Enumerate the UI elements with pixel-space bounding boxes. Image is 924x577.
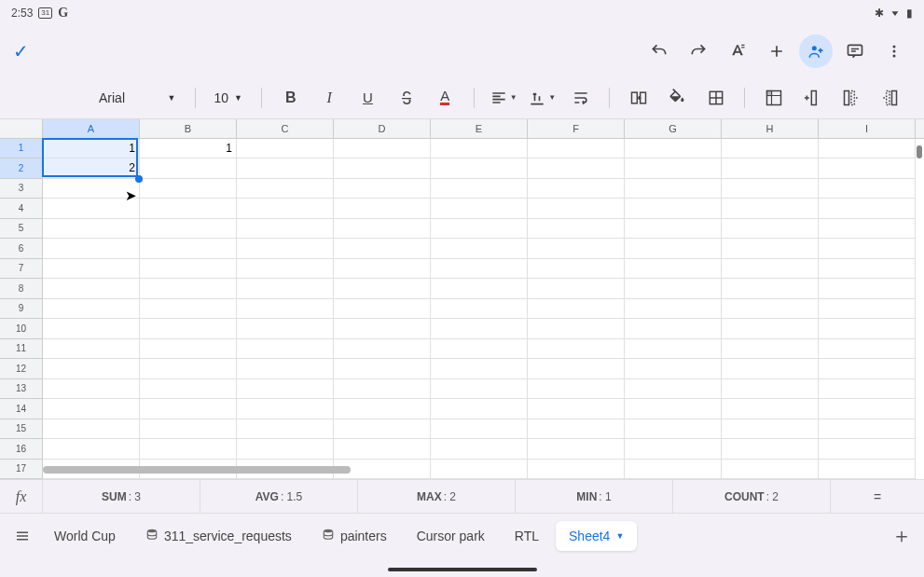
cell[interactable] (43, 219, 140, 240)
cell[interactable] (722, 419, 819, 440)
row-header-5[interactable]: 5 (0, 219, 43, 240)
cell[interactable] (528, 399, 625, 419)
cell[interactable] (431, 158, 528, 179)
cell[interactable] (334, 158, 431, 179)
cell[interactable] (237, 399, 334, 419)
row-header-14[interactable]: 14 (0, 399, 43, 419)
cell[interactable] (819, 439, 916, 460)
cell[interactable] (43, 299, 140, 320)
cell[interactable] (625, 199, 722, 219)
cell[interactable] (431, 239, 528, 259)
cell[interactable] (528, 419, 625, 440)
cell[interactable] (237, 359, 334, 379)
cell[interactable] (140, 239, 237, 259)
stat-count[interactable]: COUNT: 2 (673, 480, 831, 513)
column-header-d[interactable]: D (334, 119, 431, 138)
cell[interactable] (43, 419, 140, 440)
cell[interactable] (722, 319, 819, 339)
cell[interactable] (722, 299, 819, 320)
row-header-12[interactable]: 12 (0, 359, 43, 379)
cell[interactable] (819, 158, 916, 179)
strikethrough-button[interactable] (391, 82, 421, 114)
cell[interactable] (528, 239, 625, 259)
cell[interactable] (431, 359, 528, 379)
row-header-7[interactable]: 7 (0, 259, 43, 280)
freeze-panes-button[interactable] (758, 82, 789, 114)
cell[interactable] (625, 339, 722, 360)
text-wrap-button[interactable] (565, 82, 596, 114)
nav-bar-handle[interactable] (388, 568, 537, 571)
cell[interactable] (334, 339, 431, 360)
cell[interactable] (625, 399, 722, 419)
cell[interactable] (334, 399, 431, 419)
cell[interactable] (237, 279, 334, 299)
cell[interactable] (43, 379, 140, 400)
undo-button[interactable] (642, 34, 676, 68)
horizontal-scrollbar[interactable] (43, 466, 351, 474)
cell[interactable] (819, 299, 916, 320)
cell[interactable] (722, 339, 819, 360)
cell[interactable] (528, 319, 625, 339)
autofill-handle[interactable] (135, 175, 143, 183)
text-color-button[interactable]: A (430, 82, 461, 114)
cell[interactable] (237, 139, 334, 159)
cell[interactable] (722, 219, 819, 240)
cell[interactable] (819, 259, 916, 280)
cell[interactable] (140, 399, 237, 419)
cell[interactable] (140, 359, 237, 379)
more-options-button[interactable] (877, 34, 911, 68)
sheet-tab-sheet4[interactable]: Sheet4 ▼ (556, 521, 637, 551)
underline-button[interactable]: U (352, 82, 383, 114)
cell[interactable] (625, 139, 722, 159)
font-family-select[interactable]: Arial ▼ (93, 87, 182, 109)
cell[interactable] (528, 259, 625, 280)
cell[interactable] (237, 339, 334, 360)
fill-color-button[interactable] (662, 82, 693, 114)
cell[interactable] (722, 179, 819, 199)
stat-max[interactable]: MAX: 2 (358, 480, 516, 513)
cell[interactable] (237, 158, 334, 179)
cell[interactable] (625, 219, 722, 240)
formula-equals-button[interactable]: = (831, 480, 924, 513)
cell[interactable] (237, 179, 334, 199)
cell[interactable] (237, 259, 334, 280)
redo-button[interactable] (682, 34, 715, 68)
cell[interactable] (334, 319, 431, 339)
sheet-tab-painters[interactable]: painters (309, 520, 400, 551)
cell-a2[interactable]: 2 (43, 158, 140, 179)
cell[interactable] (334, 359, 431, 379)
cell[interactable] (43, 279, 140, 299)
all-sheets-menu-button[interactable] (7, 521, 37, 551)
cell[interactable] (528, 460, 625, 480)
cell[interactable] (722, 259, 819, 280)
row-header-3[interactable]: 3 (0, 179, 43, 199)
cell[interactable] (431, 139, 528, 159)
cell[interactable] (140, 319, 237, 339)
cell[interactable] (625, 319, 722, 339)
cell[interactable] (528, 199, 625, 219)
cell[interactable] (140, 219, 237, 240)
row-header-13[interactable]: 13 (0, 379, 43, 400)
row-header-1[interactable]: 1 (0, 139, 43, 159)
cell[interactable] (819, 139, 916, 159)
cell[interactable] (625, 179, 722, 199)
sheet-tab-rtl[interactable]: RTL (502, 521, 552, 551)
cell[interactable] (528, 299, 625, 320)
horizontal-align-button[interactable]: ▼ (488, 82, 518, 114)
cell[interactable] (819, 239, 916, 259)
cell[interactable] (43, 399, 140, 419)
cell-b1[interactable]: 1 (140, 139, 237, 159)
cell[interactable] (431, 299, 528, 320)
cell[interactable] (43, 239, 140, 259)
insert-column-left-button[interactable] (835, 82, 866, 114)
row-header-17[interactable]: 17 (0, 460, 43, 480)
cell[interactable] (334, 379, 431, 400)
column-header-a[interactable]: A (43, 119, 140, 138)
cell[interactable] (625, 379, 722, 400)
cell[interactable] (625, 419, 722, 440)
cell[interactable] (528, 439, 625, 460)
cell[interactable] (431, 199, 528, 219)
cell[interactable] (431, 179, 528, 199)
insert-column-right-button[interactable] (875, 82, 905, 114)
cell[interactable] (140, 199, 237, 219)
